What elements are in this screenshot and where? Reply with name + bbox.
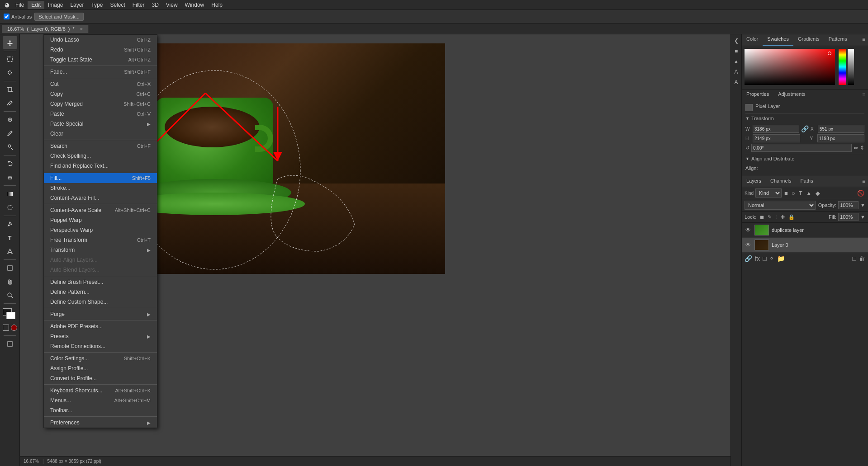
- properties-collapse[interactable]: ≡: [859, 90, 868, 101]
- tool-brush[interactable]: [3, 127, 17, 140]
- tab-channels[interactable]: Channels: [766, 176, 796, 187]
- quick-mask-mode[interactable]: [11, 325, 17, 331]
- tab-adjustments[interactable]: Adjustments: [773, 90, 810, 101]
- tool-crop[interactable]: [3, 83, 17, 96]
- layer-delete-btn[interactable]: 🗑: [859, 255, 865, 262]
- layer-filter-toggle[interactable]: 🚫: [856, 189, 865, 197]
- tab-layers[interactable]: Layers: [742, 176, 766, 187]
- tool-type[interactable]: T: [3, 231, 17, 244]
- smart-filter-btn[interactable]: ◆: [815, 189, 821, 197]
- layers-collapse[interactable]: ≡: [859, 176, 868, 187]
- tab-swatches[interactable]: Swatches: [763, 34, 793, 46]
- tool-pen[interactable]: [3, 218, 17, 231]
- opacity-slider[interactable]: [848, 49, 854, 85]
- opacity-input[interactable]: [838, 201, 859, 209]
- menu-file[interactable]: File: [12, 1, 28, 9]
- menu-item-transform[interactable]: Transform▶: [44, 245, 157, 255]
- menu-item-stroke---[interactable]: Stroke...: [44, 183, 157, 193]
- menu-item-toggle-last-state[interactable]: Toggle Last StateAlt+Ctrl+Z: [44, 55, 157, 65]
- menu-item-redo[interactable]: RedoShift+Ctrl+Z: [44, 45, 157, 55]
- layer-adjustment-btn[interactable]: ⚬: [769, 255, 774, 262]
- tool-eraser[interactable]: [3, 171, 17, 184]
- panel-toggle-btn-3[interactable]: ▲: [732, 57, 741, 66]
- tool-blur[interactable]: [3, 201, 17, 214]
- menu-edit[interactable]: Edit: [28, 1, 44, 9]
- panel-toggle-btn-2[interactable]: ■: [732, 47, 741, 56]
- tab-properties[interactable]: Properties: [742, 90, 773, 101]
- blend-mode-select[interactable]: Normal Multiply Screen: [745, 201, 816, 210]
- menu-item-define-brush-preset---[interactable]: Define Brush Preset...: [44, 277, 157, 287]
- tool-move[interactable]: [3, 36, 17, 49]
- menu-item-paste-special[interactable]: Paste Special▶: [44, 119, 157, 129]
- menu-item-undo-lasso[interactable]: Undo LassoCtrl+Z: [44, 35, 157, 45]
- menu-view[interactable]: View: [162, 1, 181, 9]
- menu-item-define-pattern---[interactable]: Define Pattern...: [44, 287, 157, 297]
- menu-image[interactable]: Image: [44, 1, 66, 9]
- lock-artboard-btn[interactable]: ✚: [780, 214, 786, 221]
- tab-paths[interactable]: Paths: [796, 176, 818, 187]
- menu-item-color-settings---[interactable]: Color Settings...Shift+Ctrl+K: [44, 353, 157, 363]
- layer-group-btn[interactable]: 📁: [777, 255, 785, 262]
- menu-item-remote-connections---[interactable]: Remote Connections...: [44, 341, 157, 351]
- visibility-toggle-layer0[interactable]: 👁: [745, 241, 752, 249]
- layer-mask-btn[interactable]: □: [763, 255, 766, 262]
- menu-item-check-spelling---[interactable]: Check Spelling...: [44, 151, 157, 161]
- kind-select[interactable]: Kind Name: [755, 188, 782, 198]
- menu-item-search[interactable]: SearchCtrl+F: [44, 141, 157, 151]
- menu-filter[interactable]: Filter: [129, 1, 148, 9]
- tool-gradient[interactable]: [3, 188, 17, 200]
- menu-item-convert-to-profile---[interactable]: Convert to Profile...: [44, 373, 157, 383]
- menu-item-copy-merged[interactable]: Copy MergedShift+Ctrl+C: [44, 99, 157, 109]
- menu-item-fade---[interactable]: Fade...Shift+Ctrl+F: [44, 67, 157, 77]
- menu-item-free-transform[interactable]: Free TransformCtrl+T: [44, 235, 157, 245]
- menu-item-purge[interactable]: Purge▶: [44, 309, 157, 319]
- color-spectrum-slider[interactable]: [839, 49, 846, 85]
- lock-pixels-btn[interactable]: ✎: [767, 214, 773, 221]
- panel-toggle-btn-1[interactable]: ❮: [732, 36, 741, 45]
- rotation-input[interactable]: [751, 144, 852, 152]
- align-section-header[interactable]: ▼ Align and Distribute: [745, 154, 864, 163]
- h-input[interactable]: [753, 134, 800, 142]
- menu-item-puppet-warp[interactable]: Puppet Warp: [44, 215, 157, 225]
- tab-gradients[interactable]: Gradients: [793, 34, 824, 46]
- tool-lasso[interactable]: [3, 66, 17, 79]
- tool-spot-heal[interactable]: [3, 113, 17, 126]
- y-input[interactable]: [817, 134, 865, 142]
- panel-toggle-btn-4[interactable]: A: [732, 67, 741, 76]
- adjustment-filter-btn[interactable]: ○: [791, 189, 796, 197]
- menu-item-clear[interactable]: Clear: [44, 129, 157, 139]
- layer-link-btn[interactable]: 🔗: [745, 255, 752, 262]
- menu-item-perspective-warp[interactable]: Perspective Warp: [44, 225, 157, 235]
- menu-item-assign-profile---[interactable]: Assign Profile...: [44, 363, 157, 373]
- color-panel-collapse[interactable]: ≡: [859, 34, 868, 46]
- w-input[interactable]: [753, 125, 799, 133]
- lock-move-btn[interactable]: ⁝: [774, 214, 778, 221]
- menu-item-define-custom-shape---[interactable]: Define Custom Shape...: [44, 297, 157, 307]
- opacity-arrow[interactable]: ▼: [860, 202, 865, 208]
- menu-item-copy[interactable]: CopyCtrl+C: [44, 89, 157, 99]
- type-filter-btn[interactable]: T: [798, 189, 803, 197]
- menu-item-content-aware-scale[interactable]: Content-Aware ScaleAlt+Shift+Ctrl+C: [44, 205, 157, 215]
- menu-help[interactable]: Help: [208, 1, 226, 9]
- flip-h-btn[interactable]: ⇔: [854, 145, 858, 151]
- lock-all-btn[interactable]: 🔒: [787, 214, 796, 221]
- layer-item-0[interactable]: 👁 Layer 0: [742, 238, 868, 253]
- menu-item-menus---[interactable]: Menus...Alt+Shift+Ctrl+M: [44, 395, 157, 405]
- layer-item-duplicate[interactable]: 👁 duplicate layer: [742, 223, 868, 238]
- menu-item-content-aware-fill---[interactable]: Content-Aware Fill...: [44, 193, 157, 203]
- layer-new-btn[interactable]: □: [853, 255, 856, 262]
- menu-layer[interactable]: Layer: [66, 1, 87, 9]
- menu-item-adobe-pdf-presets---[interactable]: Adobe PDF Presets...: [44, 321, 157, 331]
- menu-item-fill---[interactable]: Fill...Shift+F5: [44, 173, 157, 183]
- tool-path-select[interactable]: [3, 245, 17, 258]
- tab-patterns[interactable]: Patterns: [824, 34, 852, 46]
- tool-history-brush[interactable]: [3, 157, 17, 170]
- fg-bg-color[interactable]: [2, 307, 18, 322]
- color-gradient-picker[interactable]: [745, 49, 835, 85]
- menu-item-presets[interactable]: Presets▶: [44, 331, 157, 341]
- tab-close-icon[interactable]: ×: [80, 26, 83, 32]
- menu-3d[interactable]: 3D: [148, 1, 162, 9]
- link-wh-icon[interactable]: 🔗: [801, 125, 809, 132]
- tool-hand[interactable]: [3, 275, 17, 288]
- pixel-filter-btn[interactable]: ■: [783, 189, 789, 197]
